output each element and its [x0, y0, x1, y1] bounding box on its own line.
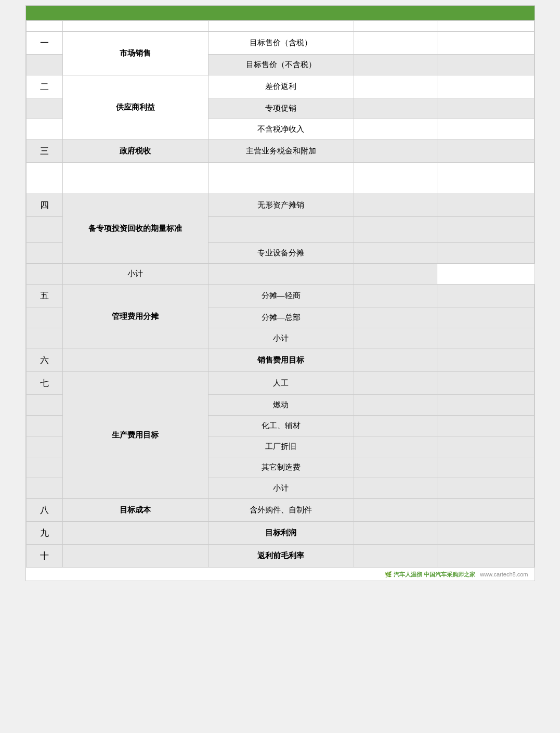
cell-chain	[62, 163, 208, 194]
cell-note	[437, 163, 534, 194]
table-row: 一市场销售目标售价（含税）	[26, 32, 534, 55]
cell-note	[437, 395, 534, 416]
cell-target	[354, 478, 437, 499]
cell-target	[208, 264, 354, 285]
cell-note	[437, 55, 534, 75]
cell-chain: 生产费用目标	[62, 372, 208, 499]
table-row: 五管理费用分摊分摊—轻商	[26, 285, 534, 307]
cell-item: 小计	[208, 328, 354, 349]
page-title	[26, 6, 535, 20]
table-row: 八目标成本含外购件、自制件	[26, 499, 534, 522]
cell-seq	[26, 307, 62, 328]
cell-item: 燃动	[208, 395, 354, 416]
header-note	[437, 21, 534, 32]
cell-seq	[26, 416, 62, 436]
table-row: 六销售费用目标	[26, 349, 534, 372]
cell-seq	[26, 98, 62, 119]
cell-item: 差价返利	[208, 75, 354, 98]
cell-target	[354, 119, 437, 140]
cell-item: 专业设备分摊	[208, 243, 354, 264]
cell-item: 专项促销	[208, 98, 354, 119]
cell-seq: 十	[26, 545, 62, 568]
main-container: 一市场销售目标售价（含税）目标售价（不含税）二供应商利益差价返利专项促销不含税净…	[25, 5, 535, 581]
cell-chain: 管理费用分摊	[62, 285, 208, 349]
cell-chain	[62, 522, 208, 545]
cell-target	[354, 328, 437, 349]
cell-note	[437, 307, 534, 328]
cell-target	[354, 243, 437, 264]
table-row: 九目标利润	[26, 522, 534, 545]
cell-note	[437, 457, 534, 478]
cell-target	[354, 98, 437, 119]
table-body: 一市场销售目标售价（含税）目标售价（不含税）二供应商利益差价返利专项促销不含税净…	[26, 32, 534, 568]
table-row: 三政府税收主营业务税金和附加	[26, 140, 534, 163]
cell-seq: 六	[26, 349, 62, 372]
cell-item: 工厂折旧	[208, 436, 354, 457]
cell-target	[354, 372, 437, 395]
cell-chain: 市场销售	[62, 32, 208, 75]
cell-seq	[26, 436, 62, 457]
cell-target	[354, 395, 437, 416]
cell-seq: 九	[26, 522, 62, 545]
cell-item: 销售费用目标	[208, 349, 354, 372]
cell-seq: 三	[26, 140, 62, 163]
cell-item: 主营业务税金和附加	[208, 140, 354, 163]
table-row: 四备专项投资回收的期量标准无形资产摊销	[26, 194, 534, 217]
cell-target	[354, 416, 437, 436]
table-header-row	[26, 21, 534, 32]
cell-item: 化工、辅材	[208, 416, 354, 436]
cell-note	[437, 522, 534, 545]
cell-chain: 目标成本	[62, 499, 208, 522]
cell-chain: 政府税收	[62, 140, 208, 163]
cell-target	[354, 55, 437, 75]
table-row: 十返利前毛利率	[26, 545, 534, 568]
cell-item: 目标利润	[208, 522, 354, 545]
cell-target	[354, 545, 437, 568]
cell-seq	[26, 264, 62, 285]
cell-target	[354, 217, 437, 243]
cell-seq	[26, 478, 62, 499]
cell-note	[437, 140, 534, 163]
cell-seq	[26, 395, 62, 416]
cell-seq: 一	[26, 32, 62, 55]
cell-target	[354, 499, 437, 522]
cell-chain: 供应商利益	[62, 75, 208, 140]
cell-item	[208, 163, 354, 194]
cell-note	[437, 416, 534, 436]
cell-note	[437, 285, 534, 307]
cell-item: 小计	[62, 264, 208, 285]
cell-seq	[26, 217, 62, 243]
cell-item: 返利前毛利率	[208, 545, 354, 568]
cell-seq: 四	[26, 194, 62, 217]
cell-seq: 二	[26, 75, 62, 98]
cell-note	[437, 217, 534, 243]
cell-chain	[62, 545, 208, 568]
cell-target	[354, 349, 437, 372]
cell-item: 目标售价（含税）	[208, 32, 354, 55]
cell-item: 人工	[208, 372, 354, 395]
cell-target	[354, 522, 437, 545]
cell-item: 目标售价（不含税）	[208, 55, 354, 75]
header-item	[208, 21, 354, 32]
cell-target	[354, 457, 437, 478]
cell-seq	[26, 243, 62, 264]
cost-table: 一市场销售目标售价（含税）目标售价（不含税）二供应商利益差价返利专项促销不含税净…	[26, 20, 535, 568]
cell-note	[437, 349, 534, 372]
table-row: 七生产费用目标人工	[26, 372, 534, 395]
cell-item: 不含税净收入	[208, 119, 354, 140]
cell-target	[354, 140, 437, 163]
cell-note	[437, 119, 534, 140]
cell-target	[354, 75, 437, 98]
cell-item: 小计	[208, 478, 354, 499]
cell-target	[354, 436, 437, 457]
cell-item: 分摊—轻商	[208, 285, 354, 307]
table-row	[26, 163, 534, 194]
cell-seq	[26, 457, 62, 478]
cell-note	[437, 243, 534, 264]
cell-note	[437, 328, 534, 349]
cell-note	[437, 436, 534, 457]
cell-note	[437, 98, 534, 119]
header-seq	[26, 21, 62, 32]
cell-target	[354, 307, 437, 328]
header-chain	[62, 21, 208, 32]
